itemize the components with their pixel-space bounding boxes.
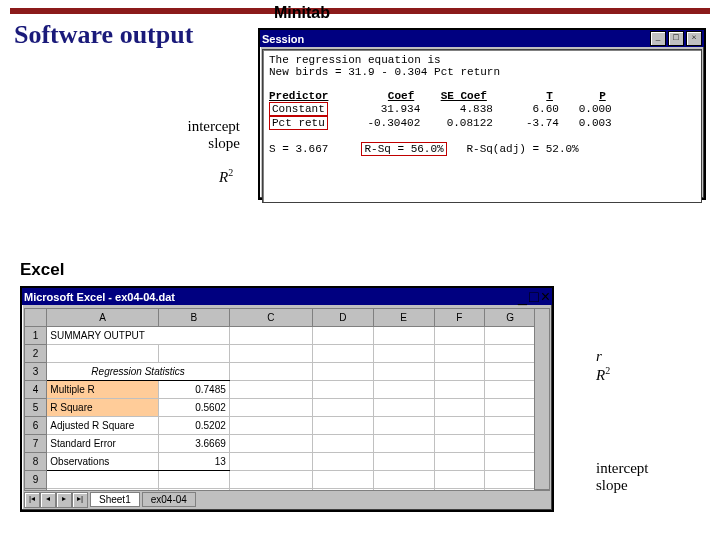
cell-multr-label[interactable]: Multiple R [47,381,159,399]
s-value: S = 3.667 [269,143,328,155]
col-header-row: A B C D E F G [25,309,536,327]
minitab-window: Session _ □ × The regression equation is… [258,28,706,200]
minitab-output: The regression equation is New birds = 3… [262,49,702,203]
tab-ex04-04[interactable]: ex04-04 [142,492,196,507]
annot-r-letter-1: R [219,169,228,185]
annot-intercept-slope-2: intercept slope [596,460,648,495]
minitab-line2: New birds = 31.9 - 0.304 Pct return [269,66,500,78]
annot-slope-2: slope [596,477,628,493]
cell-arsq-val[interactable]: 0.5202 [158,417,229,435]
cell-summary[interactable]: SUMMARY OUTPUT [47,327,229,345]
col-f[interactable]: F [434,309,485,327]
tab-nav-prev[interactable]: ◂ [40,492,56,508]
excel-titlebar: Microsoft Excel - ex04-04.dat _ □ × [22,288,552,305]
row-5[interactable]: 5 [25,399,47,417]
row-4[interactable]: 4 [25,381,47,399]
col-g[interactable]: G [485,309,536,327]
annot-r-sup-2: 2 [605,365,610,376]
tab-sheet1[interactable]: Sheet1 [90,492,140,507]
excel-label: Excel [20,260,64,280]
excel-table: A B C D E F G 1SUMMARY OUTPUT 2 3Regress… [24,308,536,490]
cell-rsq-val[interactable]: 0.5602 [158,399,229,417]
cell-multr-val[interactable]: 0.7485 [158,381,229,399]
tab-nav-last[interactable]: ▸| [72,492,88,508]
annot-r-lower: r [596,348,602,364]
annot-intercept-1: intercept [188,118,240,134]
excel-window-title: Microsoft Excel - ex04-04.dat [24,291,175,303]
minitab-line1: The regression equation is [269,54,441,66]
excel-minimize-button[interactable]: _ [518,288,527,306]
se-constant: 4.838 [460,103,493,115]
rsq-value: R-Sq = 56.0% [361,142,446,156]
excel-grid[interactable]: A B C D E F G 1SUMMARY OUTPUT 2 3Regress… [24,308,536,490]
excel-vscroll[interactable] [534,308,550,490]
cell-rsq-label[interactable]: R Square [47,399,159,417]
row-9[interactable]: 9 [25,471,47,489]
col-e[interactable]: E [373,309,434,327]
minitab-label: Minitab [274,4,330,22]
col-d[interactable]: D [312,309,373,327]
p-pct: 0.003 [579,117,612,129]
t-pct: -3.74 [526,117,559,129]
excel-close-button[interactable]: × [541,288,550,306]
annot-slope-1: slope [208,135,240,151]
se-pct: 0.08122 [447,117,493,129]
tab-nav-next[interactable]: ▸ [56,492,72,508]
excel-window-buttons: _ □ × [518,288,550,306]
row-6[interactable]: 6 [25,417,47,435]
rsqa-value: R-Sq(adj) = 52.0% [466,143,578,155]
cell-arsq-label[interactable]: Adjusted R Square [47,417,159,435]
excel-window: Microsoft Excel - ex04-04.dat _ □ × A B … [20,286,554,512]
col-b[interactable]: B [158,309,229,327]
row-2[interactable]: 2 [25,345,47,363]
pred-constant: Constant [272,103,325,115]
minitab-window-buttons: _ □ × [650,31,702,46]
row-1[interactable]: 1 [25,327,47,345]
col-coef: Coef [388,90,414,102]
cell-se-label[interactable]: Standard Error [47,435,159,453]
coef-pct: -0.30402 [367,117,420,129]
col-c[interactable]: C [229,309,312,327]
excel-maximize-button[interactable]: □ [529,288,539,306]
annot-r-upper: R [596,367,605,383]
pred-pct: Pct retu [272,117,325,129]
cell-se-val[interactable]: 3.6669 [158,435,229,453]
col-se: SE Coef [441,90,487,102]
minimize-button[interactable]: _ [650,31,666,46]
annot-intercept-slope-1: intercept slope [160,118,240,153]
row-3[interactable]: 3 [25,363,47,381]
sheet-tab-bar: |◂ ◂ ▸ ▸| Sheet1 ex04-04 [24,490,550,508]
col-p: P [599,90,606,102]
row-8[interactable]: 8 [25,453,47,471]
minitab-window-title: Session [262,33,304,45]
col-t: T [546,90,553,102]
col-a[interactable]: A [47,309,159,327]
p-constant: 0.000 [579,103,612,115]
cell-obs-label[interactable]: Observations [47,453,159,471]
annot-r-sup-1: 2 [228,167,233,178]
annot-r-squared-1: R2 [219,167,233,186]
row-7[interactable]: 7 [25,435,47,453]
close-button[interactable]: × [686,31,702,46]
tab-nav-first[interactable]: |◂ [24,492,40,508]
coef-constant: 31.934 [381,103,421,115]
slide-ruler [10,8,710,14]
cell-regstats[interactable]: Regression Statistics [47,363,229,381]
maximize-button[interactable]: □ [668,31,684,46]
cell-obs-val[interactable]: 13 [158,453,229,471]
annot-r-r2: r R2 [596,348,610,385]
t-constant: 6.60 [532,103,558,115]
minitab-titlebar: Session _ □ × [260,30,704,47]
col-predictor: Predictor [269,90,328,102]
annot-intercept-2: intercept [596,460,648,476]
